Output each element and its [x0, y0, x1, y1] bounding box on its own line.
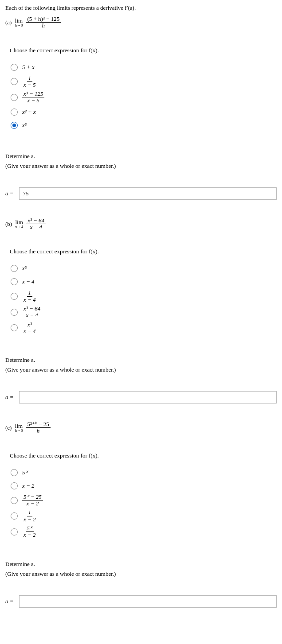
radio-icon[interactable] [11, 278, 18, 285]
part-a-label: (a) [5, 19, 12, 26]
lim-num: x³ − 64 [26, 217, 46, 224]
option-a-1[interactable]: 5 + x [11, 62, 277, 73]
answer-input-b[interactable] [19, 391, 277, 403]
answer-label-b: a = [5, 394, 14, 401]
option-label: 5ˣ − 25 x − 2 [22, 494, 43, 507]
part-b-limit: (b) lim x→4 x³ − 64 x − 4 [5, 217, 277, 231]
lim-text: lim [16, 219, 23, 225]
option-label: 5 + x [22, 64, 35, 71]
answer-input-c[interactable] [19, 595, 277, 608]
option-label: 1 x − 2 [22, 509, 37, 523]
option-c-3[interactable]: 5ˣ − 25 x − 2 [11, 494, 277, 507]
part-c-label: (c) [5, 424, 12, 431]
option-b-3[interactable]: 1 x − 4 [11, 290, 277, 303]
radio-icon[interactable] [11, 78, 18, 85]
lim-den: x − 4 [28, 224, 43, 230]
part-b-options: x³ x − 4 1 x − 4 x³ − 64 x − 4 x³ x − 4 [11, 263, 277, 334]
option-b-4[interactable]: x³ − 64 x − 4 [11, 306, 277, 319]
option-a-5[interactable]: x³ [11, 120, 277, 131]
radio-icon[interactable] [11, 482, 18, 489]
part-c-determine-note: (Give your answer as a whole or exact nu… [5, 570, 277, 578]
part-b-determine-note: (Give your answer as a whole or exact nu… [5, 366, 277, 373]
option-c-1[interactable]: 5ˣ [11, 467, 277, 478]
radio-icon[interactable] [11, 293, 18, 300]
option-c-4[interactable]: 1 x − 2 [11, 509, 277, 523]
option-label: x − 4 [22, 278, 35, 285]
radio-icon[interactable] [11, 497, 18, 504]
answer-label-c: a = [5, 598, 14, 605]
part-b-choose-prompt: Choose the correct expression for f(x). [10, 248, 277, 255]
radio-icon[interactable] [11, 265, 18, 272]
option-b-5[interactable]: x³ x − 4 [11, 322, 277, 335]
radio-icon[interactable] [11, 109, 18, 116]
part-c-limit: (c) lim h→0 5²⁺ʰ − 25 h [5, 421, 277, 435]
option-label: 5ˣ x − 2 [22, 525, 37, 539]
lim-sub: h→0 [15, 429, 23, 433]
part-a-determine-title: Determine a. [5, 153, 277, 160]
option-label: 1 x − 4 [22, 290, 37, 303]
option-label: x³ + x [22, 109, 36, 116]
answer-input-a[interactable] [19, 187, 277, 200]
intro-text: Each of the following limits represents … [5, 4, 277, 12]
option-a-2[interactable]: 1 x − 5 [11, 75, 277, 89]
radio-icon[interactable] [11, 528, 18, 535]
option-label: 1 x − 5 [22, 75, 37, 89]
option-label: 5ˣ [22, 469, 28, 476]
option-c-2[interactable]: x − 2 [11, 481, 277, 491]
lim-num: (5 + h)³ − 125 [26, 16, 61, 23]
part-a-options: 5 + x 1 x − 5 x³ − 125 x − 5 x³ + x x³ [11, 62, 277, 131]
radio-icon[interactable] [11, 512, 18, 520]
part-a-determine-note: (Give your answer as a whole or exact nu… [5, 163, 277, 170]
lim-den: h [41, 23, 47, 29]
option-label: x³ [22, 265, 27, 272]
radio-icon[interactable] [11, 324, 18, 331]
option-c-5[interactable]: 5ˣ x − 2 [11, 525, 277, 539]
option-a-4[interactable]: x³ + x [11, 107, 277, 117]
option-label: x³ − 125 x − 5 [22, 91, 44, 104]
option-label: x³ − 64 x − 4 [22, 306, 42, 319]
radio-icon[interactable] [11, 122, 18, 129]
answer-label-a: a = [5, 190, 14, 197]
option-b-1[interactable]: x³ [11, 263, 277, 274]
part-a-choose-prompt: Choose the correct expression for f(x). [10, 47, 277, 54]
lim-num: 5²⁺ʰ − 25 [26, 421, 50, 428]
lim-sub: x→4 [15, 225, 23, 229]
part-b-label: (b) [5, 221, 12, 228]
part-b-determine-title: Determine a. [5, 357, 277, 364]
part-a-limit: (a) lim h→0 (5 + h)³ − 125 h [5, 16, 277, 29]
lim-text: lim [15, 18, 23, 23]
lim-sub: h→0 [15, 23, 23, 27]
part-c-options: 5ˣ x − 2 5ˣ − 25 x − 2 1 x − 2 5ˣ x − 2 [11, 467, 277, 539]
option-label: x − 2 [22, 482, 35, 489]
radio-icon[interactable] [11, 309, 18, 316]
option-a-3[interactable]: x³ − 125 x − 5 [11, 91, 277, 104]
lim-den: h [35, 428, 41, 434]
option-label: x³ [22, 122, 27, 129]
option-label: x³ x − 4 [22, 322, 37, 335]
radio-icon[interactable] [11, 469, 18, 476]
radio-icon[interactable] [11, 94, 18, 101]
part-c-choose-prompt: Choose the correct expression for f(x). [10, 452, 277, 459]
option-b-2[interactable]: x − 4 [11, 276, 277, 287]
radio-icon[interactable] [11, 64, 18, 71]
part-c-determine-title: Determine a. [5, 561, 277, 568]
lim-text: lim [15, 423, 23, 429]
